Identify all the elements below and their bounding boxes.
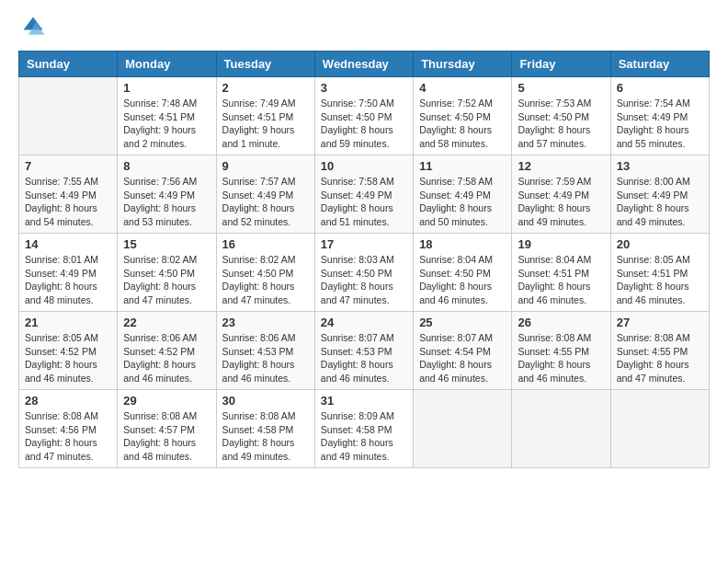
sunrise-label: Sunrise: 8:07 AM	[419, 332, 493, 343]
col-header-monday: Monday	[118, 52, 216, 77]
daylight-label: Daylight: 8 hours and 57 minutes.	[518, 124, 590, 149]
sunset-label: Sunset: 4:52 PM	[25, 346, 97, 357]
calendar-week-row: 14 Sunrise: 8:01 AM Sunset: 4:49 PM Dayl…	[19, 234, 710, 312]
sunset-label: Sunset: 4:58 PM	[321, 424, 392, 435]
day-info: Sunrise: 7:54 AM Sunset: 4:49 PM Dayligh…	[617, 97, 703, 151]
day-info: Sunrise: 8:09 AM Sunset: 4:58 PM Dayligh…	[321, 409, 407, 464]
daylight-label: Daylight: 8 hours and 46 minutes.	[222, 359, 295, 384]
sunrise-label: Sunrise: 8:04 AM	[518, 254, 591, 265]
day-number: 21	[25, 316, 111, 329]
calendar-cell: 7 Sunrise: 7:55 AM Sunset: 4:49 PM Dayli…	[19, 155, 118, 234]
sunset-label: Sunset: 4:51 PM	[518, 268, 589, 279]
day-number: 6	[617, 81, 703, 95]
daylight-label: Daylight: 8 hours and 47 minutes.	[617, 359, 689, 384]
calendar-cell: 18 Sunrise: 8:04 AM Sunset: 4:50 PM Dayl…	[414, 234, 512, 312]
calendar-cell: 19 Sunrise: 8:04 AM Sunset: 4:51 PM Dayl…	[512, 234, 610, 312]
col-header-friday: Friday	[512, 52, 610, 77]
sunset-label: Sunset: 4:49 PM	[25, 268, 97, 279]
daylight-label: Daylight: 8 hours and 47 minutes.	[321, 281, 393, 305]
calendar-cell: 28 Sunrise: 8:08 AM Sunset: 4:56 PM Dayl…	[19, 390, 118, 468]
col-header-saturday: Saturday	[610, 52, 709, 77]
day-info: Sunrise: 8:08 AM Sunset: 4:55 PM Dayligh…	[617, 331, 703, 385]
calendar-cell: 3 Sunrise: 7:50 AM Sunset: 4:50 PM Dayli…	[314, 77, 413, 155]
sunrise-label: Sunrise: 8:07 AM	[321, 332, 394, 343]
calendar-table: SundayMondayTuesdayWednesdayThursdayFrid…	[18, 51, 710, 468]
calendar-cell: 1 Sunrise: 7:48 AM Sunset: 4:51 PM Dayli…	[118, 77, 216, 155]
sunset-label: Sunset: 4:49 PM	[25, 190, 97, 201]
day-info: Sunrise: 8:07 AM Sunset: 4:54 PM Dayligh…	[419, 331, 506, 385]
day-number: 30	[222, 394, 309, 408]
daylight-label: Daylight: 8 hours and 46 minutes.	[518, 359, 590, 384]
day-info: Sunrise: 8:08 AM Sunset: 4:57 PM Dayligh…	[123, 409, 210, 464]
day-info: Sunrise: 8:01 AM Sunset: 4:49 PM Dayligh…	[25, 253, 111, 307]
day-info: Sunrise: 8:08 AM Sunset: 4:58 PM Dayligh…	[222, 409, 309, 464]
day-info: Sunrise: 7:50 AM Sunset: 4:50 PM Dayligh…	[321, 97, 407, 151]
calendar-cell: 31 Sunrise: 8:09 AM Sunset: 4:58 PM Dayl…	[314, 390, 413, 468]
sunset-label: Sunset: 4:51 PM	[222, 111, 294, 122]
sunrise-label: Sunrise: 8:06 AM	[123, 332, 197, 343]
day-number: 12	[518, 159, 604, 173]
calendar-cell: 6 Sunrise: 7:54 AM Sunset: 4:49 PM Dayli…	[610, 77, 709, 155]
daylight-label: Daylight: 8 hours and 46 minutes.	[419, 359, 492, 384]
daylight-label: Daylight: 8 hours and 50 minutes.	[419, 202, 492, 227]
day-number: 22	[123, 316, 210, 329]
sunrise-label: Sunrise: 8:06 AM	[222, 332, 296, 343]
day-number: 1	[123, 81, 210, 95]
day-info: Sunrise: 8:06 AM Sunset: 4:53 PM Dayligh…	[222, 331, 309, 385]
daylight-label: Daylight: 8 hours and 53 minutes.	[123, 202, 196, 227]
daylight-label: Daylight: 8 hours and 49 minutes.	[617, 202, 689, 227]
sunrise-label: Sunrise: 8:05 AM	[617, 254, 690, 265]
day-number: 10	[321, 159, 407, 173]
calendar-cell	[512, 390, 610, 468]
daylight-label: Daylight: 8 hours and 46 minutes.	[617, 281, 689, 305]
daylight-label: Daylight: 8 hours and 47 minutes.	[25, 437, 97, 462]
sunrise-label: Sunrise: 7:58 AM	[321, 176, 394, 187]
sunset-label: Sunset: 4:54 PM	[419, 346, 491, 357]
day-info: Sunrise: 8:05 AM Sunset: 4:51 PM Dayligh…	[617, 253, 703, 307]
sunset-label: Sunset: 4:56 PM	[25, 424, 97, 435]
sunset-label: Sunset: 4:58 PM	[222, 424, 294, 435]
day-number: 13	[617, 159, 703, 173]
day-info: Sunrise: 7:52 AM Sunset: 4:50 PM Dayligh…	[419, 97, 506, 151]
sunset-label: Sunset: 4:50 PM	[419, 111, 491, 122]
page: SundayMondayTuesdayWednesdayThursdayFrid…	[0, 0, 728, 563]
day-info: Sunrise: 7:57 AM Sunset: 4:49 PM Dayligh…	[222, 175, 309, 229]
sunrise-label: Sunrise: 8:09 AM	[321, 410, 394, 421]
sunrise-label: Sunrise: 8:01 AM	[25, 254, 98, 265]
day-info: Sunrise: 8:07 AM Sunset: 4:53 PM Dayligh…	[321, 331, 407, 385]
sunrise-label: Sunrise: 7:52 AM	[419, 98, 493, 109]
day-number: 5	[518, 81, 604, 95]
calendar-cell: 22 Sunrise: 8:06 AM Sunset: 4:52 PM Dayl…	[118, 312, 216, 390]
sunrise-label: Sunrise: 7:50 AM	[321, 98, 394, 109]
calendar-cell: 13 Sunrise: 8:00 AM Sunset: 4:49 PM Dayl…	[610, 155, 709, 234]
day-number: 27	[617, 316, 703, 329]
day-number: 16	[222, 237, 309, 251]
calendar-cell: 20 Sunrise: 8:05 AM Sunset: 4:51 PM Dayl…	[610, 234, 709, 312]
calendar-cell: 26 Sunrise: 8:08 AM Sunset: 4:55 PM Dayl…	[512, 312, 610, 390]
calendar-cell: 4 Sunrise: 7:52 AM Sunset: 4:50 PM Dayli…	[414, 77, 512, 155]
calendar-week-row: 21 Sunrise: 8:05 AM Sunset: 4:52 PM Dayl…	[19, 312, 710, 390]
day-number: 8	[123, 159, 210, 173]
daylight-label: Daylight: 8 hours and 48 minutes.	[25, 281, 97, 305]
day-number: 9	[222, 159, 309, 173]
sunrise-label: Sunrise: 7:56 AM	[123, 176, 197, 187]
col-header-wednesday: Wednesday	[314, 52, 413, 77]
calendar-cell: 8 Sunrise: 7:56 AM Sunset: 4:49 PM Dayli…	[118, 155, 216, 234]
daylight-label: Daylight: 8 hours and 51 minutes.	[321, 202, 393, 227]
sunset-label: Sunset: 4:53 PM	[321, 346, 392, 357]
day-info: Sunrise: 7:49 AM Sunset: 4:51 PM Dayligh…	[222, 97, 309, 151]
day-info: Sunrise: 8:08 AM Sunset: 4:55 PM Dayligh…	[518, 331, 604, 385]
sunset-label: Sunset: 4:50 PM	[419, 268, 491, 279]
col-header-sunday: Sunday	[19, 52, 118, 77]
sunrise-label: Sunrise: 8:08 AM	[222, 410, 296, 421]
sunrise-label: Sunrise: 8:03 AM	[321, 254, 394, 265]
sunrise-label: Sunrise: 7:58 AM	[419, 176, 493, 187]
sunset-label: Sunset: 4:51 PM	[617, 268, 688, 279]
day-info: Sunrise: 8:04 AM Sunset: 4:51 PM Dayligh…	[518, 253, 604, 307]
day-info: Sunrise: 8:02 AM Sunset: 4:50 PM Dayligh…	[222, 253, 309, 307]
day-info: Sunrise: 7:55 AM Sunset: 4:49 PM Dayligh…	[25, 175, 111, 229]
sunset-label: Sunset: 4:50 PM	[321, 111, 392, 122]
day-info: Sunrise: 7:58 AM Sunset: 4:49 PM Dayligh…	[419, 175, 506, 229]
sunrise-label: Sunrise: 7:59 AM	[518, 176, 591, 187]
logo	[18, 14, 46, 43]
